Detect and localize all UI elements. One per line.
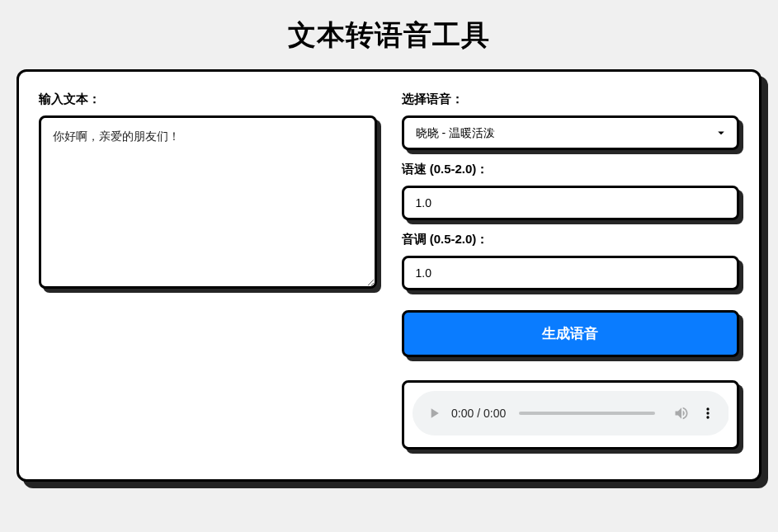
audio-player[interactable]	[413, 391, 729, 435]
main-panel: 输入文本： 选择语音： 晓晓 - 温暖活泼 语速 (0.5-2.0)： 音调 (…	[17, 69, 761, 482]
text-input[interactable]	[39, 115, 377, 289]
page-title: 文本转语音工具	[17, 16, 761, 54]
pitch-input[interactable]	[402, 256, 740, 290]
generate-button[interactable]: 生成语音	[402, 310, 740, 357]
speed-input-label: 语速 (0.5-2.0)：	[402, 162, 740, 177]
left-column: 输入文本：	[39, 92, 377, 459]
audio-container	[402, 380, 740, 450]
pitch-input-label: 音调 (0.5-2.0)：	[402, 232, 740, 247]
voice-select-label: 选择语音：	[402, 92, 740, 107]
text-input-label: 输入文本：	[39, 92, 377, 107]
voice-select[interactable]: 晓晓 - 温暖活泼	[402, 115, 740, 150]
speed-input[interactable]	[402, 186, 740, 220]
right-column: 选择语音： 晓晓 - 温暖活泼 语速 (0.5-2.0)： 音调 (0.5-2.…	[402, 92, 740, 459]
